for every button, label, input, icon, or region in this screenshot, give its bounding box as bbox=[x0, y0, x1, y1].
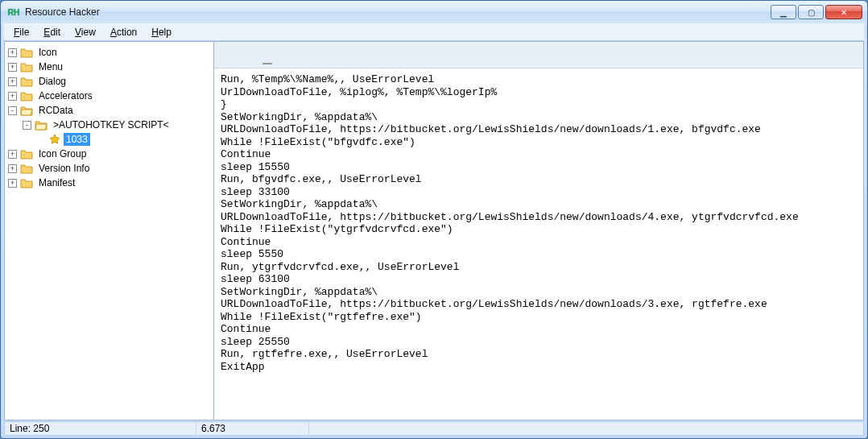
folder-icon bbox=[20, 47, 33, 58]
tree-item-icon[interactable]: +Icon bbox=[6, 45, 212, 60]
tree-label: Version Info bbox=[36, 162, 92, 175]
status-spacer bbox=[309, 422, 863, 435]
folder-icon bbox=[20, 61, 33, 72]
folder-icon bbox=[20, 76, 33, 87]
folder-icon bbox=[20, 148, 33, 159]
tree-item-version-info[interactable]: +Version Info bbox=[6, 161, 212, 176]
menubar: File Edit View Action Help bbox=[4, 23, 864, 41]
collapse-icon[interactable]: - bbox=[8, 106, 17, 115]
statusbar: Line: 250 6.673 bbox=[4, 421, 864, 436]
collapse-icon[interactable]: - bbox=[23, 121, 31, 130]
status-line: Line: 250 bbox=[5, 422, 196, 435]
app-icon: RH bbox=[7, 6, 20, 19]
status-col: 6.673 bbox=[196, 422, 309, 435]
tree-label-selected: 1033 bbox=[64, 133, 90, 146]
tree-item-dialog[interactable]: +Dialog bbox=[6, 74, 212, 89]
resource-tree[interactable]: +Icon +Menu +Dialog +Accelerators -RCDat… bbox=[5, 42, 214, 420]
code-editor[interactable]: Run, %Temp%\%Name%,, UseErrorLevel UrlDo… bbox=[214, 68, 863, 420]
tree-item-menu[interactable]: +Menu bbox=[6, 60, 212, 74]
tree-item-1033[interactable]: 1033 bbox=[35, 132, 212, 147]
tree-label: >AUTOHOTKEY SCRIPT< bbox=[51, 118, 172, 131]
folder-icon bbox=[20, 163, 33, 174]
tree-item-manifest[interactable]: +Manifest bbox=[6, 176, 212, 190]
tree-label: Accelerators bbox=[36, 89, 95, 102]
tab-handle[interactable] bbox=[262, 63, 272, 64]
minimize-button[interactable]: ▁ bbox=[771, 5, 796, 19]
titlebar[interactable]: RH Resource Hacker ▁ ▢ ✕ bbox=[1, 1, 867, 23]
window-title: Resource Hacker bbox=[25, 6, 100, 18]
folder-icon bbox=[20, 90, 33, 101]
star-icon bbox=[49, 134, 60, 145]
tree-item-autohotkey-script[interactable]: ->AUTOHOTKEY SCRIPT< bbox=[21, 118, 212, 132]
maximize-button[interactable]: ▢ bbox=[798, 5, 824, 19]
menu-edit[interactable]: Edit bbox=[37, 25, 67, 39]
menu-file[interactable]: File bbox=[7, 25, 35, 39]
client-area: +Icon +Menu +Dialog +Accelerators -RCDat… bbox=[4, 41, 864, 420]
expand-icon[interactable]: + bbox=[8, 63, 17, 72]
tree-label: Icon Group bbox=[36, 147, 89, 160]
close-button[interactable]: ✕ bbox=[825, 5, 862, 19]
expand-icon[interactable]: + bbox=[8, 150, 17, 159]
editor-tabstrip bbox=[214, 42, 863, 68]
expand-icon[interactable]: + bbox=[8, 48, 17, 57]
tree-label: Manifest bbox=[36, 176, 77, 189]
tree-label: Dialog bbox=[36, 75, 68, 88]
tree-label: Icon bbox=[36, 46, 60, 59]
menu-help[interactable]: Help bbox=[145, 25, 178, 39]
tree-item-accelerators[interactable]: +Accelerators bbox=[6, 89, 212, 103]
tree-item-icon-group[interactable]: +Icon Group bbox=[6, 147, 212, 161]
expand-icon[interactable]: + bbox=[8, 179, 17, 188]
menu-action[interactable]: Action bbox=[104, 25, 143, 39]
tree-item-rcdata[interactable]: -RCData bbox=[6, 103, 212, 118]
tree-label: RCData bbox=[36, 104, 76, 117]
menu-view[interactable]: View bbox=[68, 25, 102, 39]
expand-icon[interactable]: + bbox=[8, 164, 17, 173]
tree-label: Menu bbox=[36, 60, 65, 73]
folder-icon bbox=[20, 177, 33, 188]
folder-open-icon bbox=[35, 119, 48, 130]
app-window: RH Resource Hacker ▁ ▢ ✕ File Edit View … bbox=[0, 0, 868, 439]
folder-open-icon bbox=[20, 105, 33, 116]
expand-icon[interactable]: + bbox=[8, 77, 17, 86]
expand-icon[interactable]: + bbox=[8, 92, 17, 101]
